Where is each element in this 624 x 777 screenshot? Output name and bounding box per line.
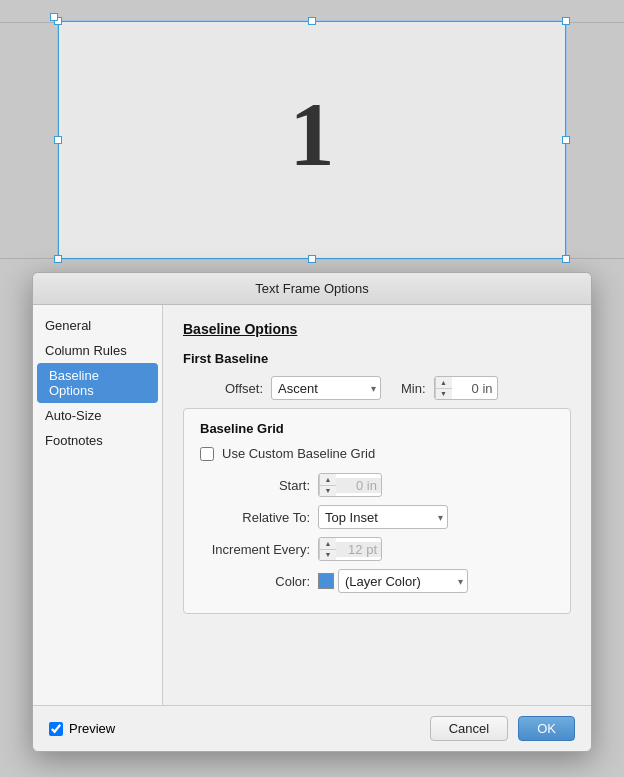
dialog-body: General Column Rules Baseline Options Au… — [33, 305, 591, 705]
relative-to-select[interactable]: Top Inset Top of Frame Top Margin Top of… — [318, 505, 448, 529]
color-swatch — [318, 573, 334, 589]
section-title: Baseline Options — [183, 321, 571, 337]
use-custom-row: Use Custom Baseline Grid — [200, 446, 554, 461]
first-baseline-title: First Baseline — [183, 351, 571, 366]
color-select[interactable]: (Layer Color) Black Blue Cyan Green Mage… — [338, 569, 468, 593]
ok-button[interactable]: OK — [518, 716, 575, 741]
start-input[interactable] — [336, 478, 381, 493]
start-spinner-down[interactable]: ▼ — [320, 486, 336, 497]
sidebar-item-general[interactable]: General — [33, 313, 162, 338]
outer-handle-tl — [50, 13, 58, 21]
footer-buttons: Cancel OK — [430, 716, 575, 741]
start-spinner: ▲ ▼ — [318, 473, 382, 497]
cancel-button[interactable]: Cancel — [430, 716, 508, 741]
preview-label[interactable]: Preview — [69, 721, 115, 736]
color-select-wrapper: (Layer Color) Black Blue Cyan Green Mage… — [318, 569, 468, 593]
sidebar-item-baseline-options[interactable]: Baseline Options — [37, 363, 158, 403]
min-input[interactable] — [452, 381, 497, 396]
baseline-grid-title: Baseline Grid — [200, 421, 554, 436]
min-spinner-down[interactable]: ▼ — [436, 389, 452, 400]
color-dropdown-wrapper: (Layer Color) Black Blue Cyan Green Mage… — [338, 569, 468, 593]
start-row: Start: ▲ ▼ — [200, 473, 554, 497]
handle-ml — [54, 136, 62, 144]
increment-label: Increment Every: — [200, 542, 310, 557]
handle-mr — [562, 136, 570, 144]
preview-checkbox[interactable] — [49, 722, 63, 736]
handle-tr — [562, 17, 570, 25]
sidebar-item-footnotes[interactable]: Footnotes — [33, 428, 162, 453]
increment-spinner-up[interactable]: ▲ — [320, 538, 336, 550]
dialog-title: Text Frame Options — [255, 281, 368, 296]
increment-spinner-btns: ▲ ▼ — [319, 538, 336, 560]
min-spinner-up[interactable]: ▲ — [436, 377, 452, 389]
relative-to-select-wrapper: Top Inset Top of Frame Top Margin Top of… — [318, 505, 448, 529]
color-label: Color: — [200, 574, 310, 589]
color-row: Color: (Layer Color) Black Blue Cyan Gre… — [200, 569, 554, 593]
increment-spinner: ▲ ▼ — [318, 537, 382, 561]
offset-label: Offset: — [183, 381, 263, 396]
offset-select-wrapper: Ascent Cap Height Leading x Height Fixed — [271, 376, 381, 400]
handle-br — [562, 255, 570, 263]
sidebar: General Column Rules Baseline Options Au… — [33, 305, 163, 705]
increment-row: Increment Every: ▲ ▼ — [200, 537, 554, 561]
preview-row: Preview — [49, 721, 115, 736]
dialog-footer: Preview Cancel OK — [33, 705, 591, 751]
relative-to-row: Relative To: Top Inset Top of Frame Top … — [200, 505, 554, 529]
increment-input[interactable] — [336, 542, 381, 557]
start-label: Start: — [200, 478, 310, 493]
handle-bc — [308, 255, 316, 263]
canvas-area: 1 — [0, 0, 624, 280]
page-frame: 1 — [57, 20, 567, 260]
text-frame-options-dialog: Text Frame Options General Column Rules … — [32, 272, 592, 752]
handle-tc — [308, 17, 316, 25]
sidebar-item-column-rules[interactable]: Column Rules — [33, 338, 162, 363]
start-spinner-btns: ▲ ▼ — [319, 474, 336, 496]
offset-row: Offset: Ascent Cap Height Leading x Heig… — [183, 376, 571, 400]
handle-bl — [54, 255, 62, 263]
use-custom-checkbox[interactable] — [200, 447, 214, 461]
min-spinner-btns: ▲ ▼ — [435, 377, 452, 399]
use-custom-label[interactable]: Use Custom Baseline Grid — [222, 446, 375, 461]
main-content: Baseline Options First Baseline Offset: … — [163, 305, 591, 705]
offset-select[interactable]: Ascent Cap Height Leading x Height Fixed — [271, 376, 381, 400]
min-spinner: ▲ ▼ — [434, 376, 498, 400]
page-number: 1 — [290, 83, 335, 186]
start-spinner-up[interactable]: ▲ — [320, 474, 336, 486]
min-label: Min: — [401, 381, 426, 396]
relative-to-label: Relative To: — [200, 510, 310, 525]
dialog-titlebar: Text Frame Options — [33, 273, 591, 305]
baseline-grid-section: Baseline Grid Use Custom Baseline Grid S… — [183, 408, 571, 614]
sidebar-item-auto-size[interactable]: Auto-Size — [33, 403, 162, 428]
increment-spinner-down[interactable]: ▼ — [320, 550, 336, 561]
